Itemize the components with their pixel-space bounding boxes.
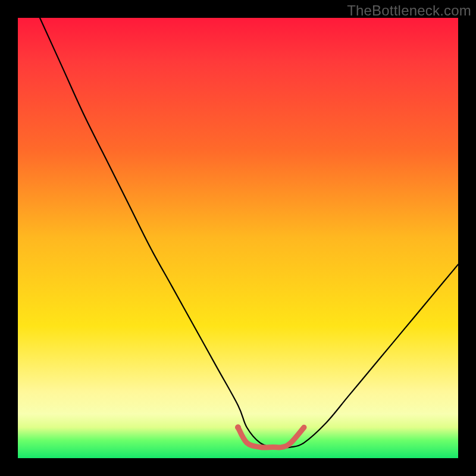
watermark-text: TheBottleneck.com [347, 2, 471, 19]
bottom-dip-highlight [238, 427, 304, 447]
plot-area [18, 18, 458, 458]
bottom-dip-dot [235, 424, 241, 430]
curve-layer [18, 18, 458, 458]
chart-frame: TheBottleneck.com [0, 0, 476, 476]
bottleneck-curve [40, 18, 458, 447]
